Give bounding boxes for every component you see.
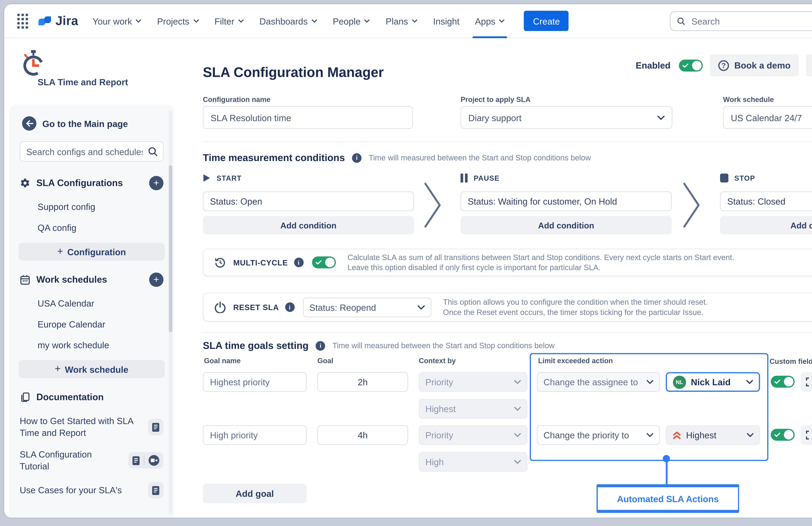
configs-search-input[interactable] [20, 142, 163, 162]
multi-cycle-card: MULTI-CYCLE i Calculate SLA as sum of al… [203, 249, 812, 276]
pause-header: PAUSE [461, 174, 499, 182]
global-search-input[interactable] [690, 15, 812, 27]
info-icon[interactable]: i [352, 153, 362, 162]
doc-link-use-cases[interactable]: Use Cases for your SLA's [18, 477, 165, 503]
pause-add-condition-button[interactable]: Add condition [461, 216, 672, 234]
sidebar-item-my-work-schedule[interactable]: my work schedule [18, 335, 165, 355]
stop-condition-field[interactable]: Status: Closed [720, 191, 812, 211]
limit-action-select[interactable]: Change the assignee to [537, 372, 660, 392]
goal-time-input[interactable] [317, 372, 408, 392]
search-icon [677, 16, 685, 26]
header-controls: Enabled ? Book a demo Setup Wizard [636, 54, 812, 76]
chevron-down-icon [193, 19, 199, 23]
context-by-select[interactable]: Priority [419, 372, 527, 392]
assignee-select[interactable]: NL Nick Laid [666, 372, 760, 392]
nav-plans[interactable]: Plans [386, 4, 418, 38]
stop-add-condition-button[interactable]: Add condition [720, 216, 812, 234]
info-icon[interactable]: i [294, 258, 303, 267]
pause-condition-field[interactable]: Status: Waiting for customer, On Hold [461, 191, 672, 211]
sla-app-logo-icon [22, 49, 45, 77]
start-header: START [203, 174, 242, 182]
app-window: Jira Your work Projects Filter Dashboard… [4, 4, 812, 518]
divider [203, 142, 812, 142]
main-content: SLA Configuration Manager Enabled ? Book… [174, 39, 812, 518]
add-configuration-icon-button[interactable]: + [149, 176, 163, 190]
nav-filter[interactable]: Filter [215, 4, 244, 38]
work-schedules-section: Work schedules + [20, 270, 163, 289]
check-icon [682, 63, 688, 68]
context-by-select[interactable]: Priority [419, 425, 527, 445]
start-condition-field[interactable]: Status: Open [203, 191, 414, 211]
chevron-right-separator-icon [682, 182, 700, 229]
doc-link-configuration-tutorial[interactable]: SLA Configuration Tutorial [18, 444, 165, 477]
article-badge [148, 482, 163, 499]
article-icon [152, 486, 159, 495]
setup-wizard-button[interactable]: Setup Wizard [806, 54, 812, 76]
goal-name-input[interactable] [203, 372, 307, 392]
nav-people[interactable]: People [333, 4, 370, 38]
sidebar-scrollbar[interactable] [169, 165, 173, 332]
app-switcher-icon[interactable] [17, 14, 28, 28]
conditions-section-header: Time measurement conditions i Time will … [203, 152, 591, 163]
documents-icon [20, 392, 30, 403]
add-configuration-button[interactable]: + Configuration [18, 243, 165, 261]
limit-action-select[interactable]: Change the priority to [537, 425, 660, 445]
global-search[interactable] [670, 11, 812, 31]
work-schedule-select[interactable]: US Calendar 24/7 [723, 106, 812, 129]
goal-name-input[interactable] [203, 425, 307, 445]
info-icon[interactable]: i [285, 302, 294, 312]
nav-projects[interactable]: Projects [157, 4, 199, 38]
calendar-icon [20, 274, 30, 285]
back-to-main-link[interactable]: Go to the Main page [22, 116, 165, 131]
custom-field-toggle[interactable] [771, 376, 795, 388]
sidebar-item-support-config[interactable]: Support config [18, 196, 165, 217]
sidebar-item-europe-calendar[interactable]: Europe Calendar [18, 313, 165, 335]
active-tab-indicator [473, 36, 507, 38]
start-add-condition-button[interactable]: Add condition [203, 216, 414, 234]
chevron-down-icon [311, 19, 317, 23]
nav-insight[interactable]: Insight [433, 4, 460, 38]
nav-apps[interactable]: Apps [475, 4, 505, 38]
user-avatar: NL [673, 375, 686, 389]
divider [203, 332, 812, 333]
configs-search[interactable] [20, 142, 163, 162]
config-name-input[interactable] [203, 106, 413, 129]
expand-icon[interactable] [801, 372, 812, 392]
sidebar: SLA Time and Report Go to the Main page … [4, 39, 174, 518]
goal-time-input[interactable] [317, 425, 408, 445]
add-schedule-icon-button[interactable]: + [149, 273, 163, 287]
nav-dashboards[interactable]: Dashboards [259, 4, 317, 38]
chevron-down-icon [514, 380, 521, 384]
multi-cycle-toggle[interactable] [312, 257, 336, 268]
sidebar-item-qa-config[interactable]: QA config [18, 217, 165, 238]
multi-cycle-icon [214, 257, 226, 268]
reset-condition-select[interactable]: Status: Reopend [303, 297, 431, 317]
nav-your-work[interactable]: Your work [92, 4, 142, 38]
article-icon [152, 423, 159, 432]
priority-value-select[interactable]: Highest [666, 425, 760, 445]
sla-configurations-gear-icon [20, 178, 30, 189]
reset-sla-label: RESET SLA [233, 303, 279, 311]
chevron-down-icon [647, 380, 653, 384]
limit-exceeded-column-header: Limit exceeded action [538, 357, 613, 365]
documentation-section: Documentation [20, 388, 163, 407]
add-work-schedule-button[interactable]: + Work schedule [18, 360, 165, 378]
search-icon [147, 146, 158, 157]
custom-field-toggle[interactable] [771, 429, 795, 441]
create-button[interactable]: Create [524, 11, 569, 31]
add-goal-button[interactable]: Add goal [203, 484, 307, 503]
chevron-down-icon [657, 115, 665, 120]
context-value-select[interactable]: Highest [419, 399, 527, 419]
sidebar-item-usa-calendar[interactable]: USA Calendar [18, 293, 165, 314]
context-value-select[interactable]: High [419, 452, 527, 472]
expand-icon[interactable] [801, 425, 812, 445]
chevron-down-icon [412, 19, 418, 23]
info-icon[interactable]: i [316, 341, 325, 350]
doc-link-get-started[interactable]: How to Get Started with SLA Time and Rep… [18, 410, 165, 444]
enabled-toggle[interactable] [679, 59, 703, 71]
project-select[interactable]: Diary support [461, 106, 672, 129]
jira-logo[interactable]: Jira [38, 14, 78, 28]
chevron-down-icon [647, 433, 653, 437]
book-demo-button[interactable]: ? Book a demo [710, 54, 799, 76]
multi-cycle-label: MULTI-CYCLE [233, 258, 288, 267]
